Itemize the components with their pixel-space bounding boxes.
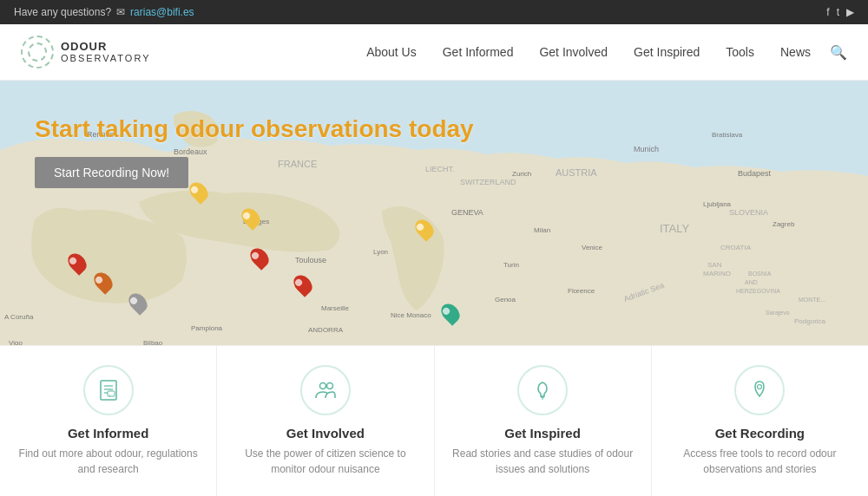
nav-link-news[interactable]: News [768,38,823,66]
hero-content: Start taking odour observations today St… [35,115,474,188]
svg-text:Lyon: Lyon [373,248,388,256]
get-recording-icon [734,365,785,415]
svg-text:MONTE...: MONTE... [799,297,825,303]
top-bar-contact: Have any questions? ✉ rarias@bifi.es [14,6,194,18]
hero-section: FRANCE SWITZERLAND LIECHT. AUSTRIA ITALY… [0,81,868,345]
svg-text:Milan: Milan [534,226,550,234]
card-get-informed: i Get Informed Find out more about odour… [0,346,217,496]
social-links: f t ▶ [826,6,854,18]
svg-text:Sarajevo: Sarajevo [766,310,790,317]
svg-text:Bilbao: Bilbao [143,339,163,345]
nav-item-involved[interactable]: Get Involved [527,38,620,66]
card-get-inspired-desc: Read stories and case studies of odour i… [452,446,634,477]
nav-link-involved[interactable]: Get Involved [527,38,620,66]
navbar: ODOUR OBSERVATORY About Us Get Informed … [0,24,868,81]
svg-text:Zagreb: Zagreb [773,220,795,228]
twitter-icon[interactable]: t [837,6,839,18]
card-get-informed-desc: Find out more about odour, regulations a… [17,446,199,477]
top-bar: Have any questions? ✉ rarias@bifi.es f t… [0,0,868,24]
nav-links: About Us Get Informed Get Involved Get I… [354,38,823,66]
facebook-icon[interactable]: f [826,6,829,18]
nav-link-tools[interactable]: Tools [713,38,766,66]
card-get-involved-title: Get Involved [286,426,365,441]
svg-point-48 [326,383,332,389]
contact-email[interactable]: rarias@bifi.es [130,6,194,18]
svg-text:ITALY: ITALY [660,222,690,235]
svg-text:Bratislava: Bratislava [712,131,743,139]
card-get-involved-desc: Use the power of citizen science to moni… [234,446,416,477]
svg-text:ANDORRA: ANDORRA [308,326,344,334]
nav-link-about[interactable]: About Us [354,38,429,66]
svg-text:Turin: Turin [503,261,519,269]
get-informed-icon: i [83,365,134,415]
svg-text:CROATIA: CROATIA [720,244,752,251]
card-get-informed-title: Get Informed [68,426,148,441]
svg-text:MARINO: MARINO [703,270,731,277]
email-icon: ✉ [116,6,125,18]
svg-text:HERZEGOVINA: HERZEGOVINA [736,288,780,294]
logo-circle-icon [21,36,54,69]
logo[interactable]: ODOUR OBSERVATORY [21,36,151,69]
svg-text:Budapest: Budapest [738,169,772,178]
svg-text:SAN: SAN [707,261,722,269]
start-recording-button[interactable]: Start Recording Now! [35,157,188,188]
card-get-recording-desc: Access free tools to record odour observ… [669,446,851,477]
card-get-recording: Get Recording Access free tools to recor… [652,346,868,496]
card-get-involved: Get Involved Use the power of citizen sc… [217,346,434,496]
svg-text:i: i [109,393,110,398]
svg-text:Marseille: Marseille [321,304,350,312]
logo-text: ODOUR OBSERVATORY [61,40,151,65]
video-icon[interactable]: ▶ [846,6,854,18]
card-get-inspired-title: Get Inspired [504,426,581,441]
nav-item-news[interactable]: News [768,38,823,66]
svg-text:Venice: Venice [582,244,603,251]
get-involved-icon [300,365,351,415]
nav-item-about[interactable]: About Us [354,38,429,66]
logo-line2: OBSERVATORY [61,53,151,64]
search-icon[interactable]: 🔍 [830,44,847,61]
svg-text:BOSNIA: BOSNIA [748,271,772,277]
svg-text:AUSTRIA: AUSTRIA [556,167,597,178]
hero-title: Start taking odour observations today [35,115,474,143]
nav-link-informed[interactable]: Get Informed [431,38,526,66]
svg-text:Podgorica: Podgorica [794,317,826,325]
svg-text:SLOVENIA: SLOVENIA [729,208,768,217]
svg-text:Nice Monaco: Nice Monaco [391,311,431,319]
svg-text:Ljubljana: Ljubljana [703,200,732,208]
nav-link-inspired[interactable]: Get Inspired [621,38,712,66]
svg-point-47 [319,383,326,389]
svg-text:Genoa: Genoa [495,296,516,303]
svg-text:Toulouse: Toulouse [295,256,326,264]
feature-cards: i Get Informed Find out more about odour… [0,345,868,496]
logo-line1: ODOUR [61,40,151,54]
get-inspired-icon [517,365,568,415]
nav-item-tools[interactable]: Tools [713,38,766,66]
svg-text:Pamplona: Pamplona [191,324,223,332]
topbar-question: Have any questions? [14,6,111,18]
card-get-recording-title: Get Recording [715,426,805,441]
svg-rect-41 [101,381,116,400]
svg-text:Florence: Florence [568,287,595,295]
nav-item-informed[interactable]: Get Informed [431,38,526,66]
card-get-inspired: Get Inspired Read stories and case studi… [435,346,652,496]
svg-text:Munich: Munich [634,145,659,153]
nav-item-inspired[interactable]: Get Inspired [621,38,712,66]
svg-point-51 [758,385,762,389]
svg-text:AND: AND [745,279,758,285]
svg-text:A Coruña: A Coruña [4,313,34,321]
svg-text:Zurich: Zurich [512,170,531,178]
svg-text:GENEVA: GENEVA [451,208,483,217]
svg-text:Vigo: Vigo [9,339,23,345]
